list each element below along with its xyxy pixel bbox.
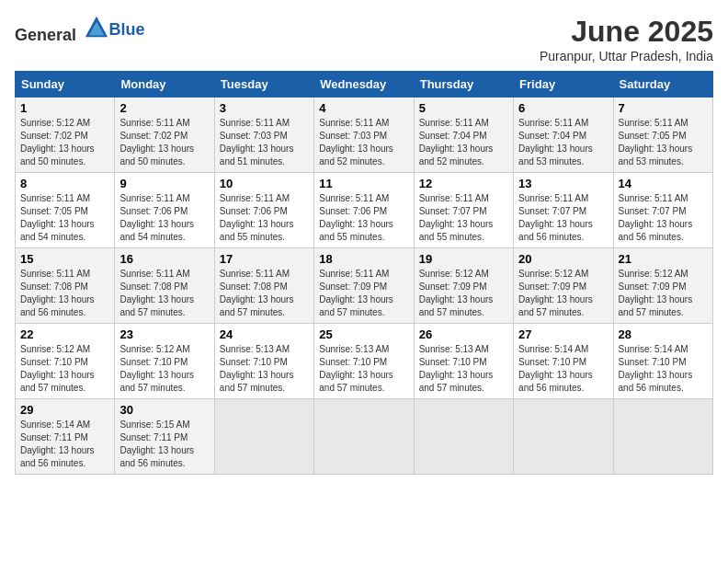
location-title: Puranpur, Uttar Pradesh, India — [540, 49, 713, 63]
day-info: Sunrise: 5:11 AMSunset: 7:05 PMDaylight:… — [20, 192, 109, 244]
day-header-monday: Monday — [115, 72, 214, 98]
calendar-cell: 24Sunrise: 5:13 AMSunset: 7:10 PMDayligh… — [214, 324, 313, 399]
day-info: Sunrise: 5:12 AMSunset: 7:02 PMDaylight:… — [20, 117, 109, 168]
day-header-thursday: Thursday — [414, 72, 513, 98]
day-number: 9 — [119, 177, 209, 190]
day-info: Sunrise: 5:11 AMSunset: 7:07 PMDaylight:… — [419, 192, 508, 244]
calendar-cell: 17Sunrise: 5:11 AMSunset: 7:08 PMDayligh… — [214, 248, 313, 324]
calendar-cell — [214, 399, 313, 475]
day-number: 22 — [20, 327, 109, 341]
day-info: Sunrise: 5:11 AMSunset: 7:02 PMDaylight:… — [119, 117, 209, 168]
day-number: 17 — [220, 252, 309, 266]
day-number: 3 — [220, 101, 309, 115]
calendar-cell: 4Sunrise: 5:11 AMSunset: 7:03 PMDaylight… — [314, 98, 414, 173]
calendar-cell — [514, 399, 613, 475]
day-info: Sunrise: 5:12 AMSunset: 7:09 PMDaylight:… — [518, 268, 608, 319]
calendar-table: SundayMondayTuesdayWednesdayThursdayFrid… — [15, 71, 713, 475]
calendar-cell: 8Sunrise: 5:11 AMSunset: 7:05 PMDaylight… — [16, 173, 115, 248]
day-info: Sunrise: 5:14 AMSunset: 7:11 PMDaylight:… — [20, 419, 109, 470]
calendar-cell: 13Sunrise: 5:11 AMSunset: 7:07 PMDayligh… — [514, 173, 613, 248]
calendar-week-row: 15Sunrise: 5:11 AMSunset: 7:08 PMDayligh… — [16, 248, 713, 324]
calendar-cell — [414, 399, 513, 475]
calendar-cell: 11Sunrise: 5:11 AMSunset: 7:06 PMDayligh… — [314, 173, 414, 248]
day-info: Sunrise: 5:11 AMSunset: 7:08 PMDaylight:… — [220, 268, 309, 319]
calendar-week-row: 8Sunrise: 5:11 AMSunset: 7:05 PMDaylight… — [16, 173, 713, 248]
calendar-cell: 26Sunrise: 5:13 AMSunset: 7:10 PMDayligh… — [414, 324, 513, 399]
logo-blue-text: Blue — [109, 20, 145, 39]
day-number: 5 — [419, 101, 508, 115]
day-info: Sunrise: 5:11 AMSunset: 7:07 PMDaylight:… — [619, 192, 708, 244]
title-area: June 2025 Puranpur, Uttar Pradesh, India — [540, 15, 713, 63]
day-number: 8 — [20, 177, 109, 190]
day-number: 24 — [220, 327, 309, 341]
calendar-cell: 18Sunrise: 5:11 AMSunset: 7:09 PMDayligh… — [314, 248, 414, 324]
day-info: Sunrise: 5:15 AMSunset: 7:11 PMDaylight:… — [119, 419, 209, 470]
day-number: 13 — [518, 177, 608, 190]
calendar-body: 1Sunrise: 5:12 AMSunset: 7:02 PMDaylight… — [16, 98, 713, 475]
logo: General Blue — [15, 15, 145, 45]
day-info: Sunrise: 5:11 AMSunset: 7:03 PMDaylight:… — [319, 117, 408, 168]
day-number: 4 — [319, 101, 408, 115]
day-number: 26 — [419, 327, 508, 341]
calendar-cell: 27Sunrise: 5:14 AMSunset: 7:10 PMDayligh… — [514, 324, 613, 399]
day-number: 23 — [119, 327, 209, 341]
calendar-cell: 15Sunrise: 5:11 AMSunset: 7:08 PMDayligh… — [16, 248, 115, 324]
day-info: Sunrise: 5:14 AMSunset: 7:10 PMDaylight:… — [619, 343, 708, 395]
day-info: Sunrise: 5:11 AMSunset: 7:06 PMDaylight:… — [319, 192, 408, 244]
day-info: Sunrise: 5:11 AMSunset: 7:08 PMDaylight:… — [119, 268, 209, 319]
day-number: 15 — [20, 252, 109, 266]
logo-general-text: General — [15, 26, 76, 44]
day-info: Sunrise: 5:11 AMSunset: 7:03 PMDaylight:… — [220, 117, 309, 168]
calendar-cell: 9Sunrise: 5:11 AMSunset: 7:06 PMDaylight… — [115, 173, 214, 248]
day-header-friday: Friday — [514, 72, 613, 98]
day-info: Sunrise: 5:13 AMSunset: 7:10 PMDaylight:… — [419, 343, 508, 395]
day-number: 18 — [319, 252, 408, 266]
day-info: Sunrise: 5:12 AMSunset: 7:10 PMDaylight:… — [20, 343, 109, 395]
calendar-cell: 20Sunrise: 5:12 AMSunset: 7:09 PMDayligh… — [514, 248, 613, 324]
day-header-sunday: Sunday — [16, 72, 115, 98]
day-number: 10 — [220, 177, 309, 190]
day-header-saturday: Saturday — [613, 72, 712, 98]
calendar-cell: 12Sunrise: 5:11 AMSunset: 7:07 PMDayligh… — [414, 173, 513, 248]
calendar-cell: 7Sunrise: 5:11 AMSunset: 7:05 PMDaylight… — [613, 98, 712, 173]
calendar-cell — [613, 399, 712, 475]
day-info: Sunrise: 5:11 AMSunset: 7:05 PMDaylight:… — [619, 117, 708, 168]
calendar-cell: 10Sunrise: 5:11 AMSunset: 7:06 PMDayligh… — [214, 173, 313, 248]
day-info: Sunrise: 5:13 AMSunset: 7:10 PMDaylight:… — [220, 343, 309, 395]
day-number: 1 — [20, 101, 109, 115]
day-info: Sunrise: 5:11 AMSunset: 7:08 PMDaylight:… — [20, 268, 109, 319]
calendar-cell: 30Sunrise: 5:15 AMSunset: 7:11 PMDayligh… — [115, 399, 214, 475]
month-title: June 2025 — [540, 15, 713, 49]
day-header-tuesday: Tuesday — [214, 72, 313, 98]
calendar-header-row: SundayMondayTuesdayWednesdayThursdayFrid… — [16, 72, 713, 98]
calendar-cell: 14Sunrise: 5:11 AMSunset: 7:07 PMDayligh… — [613, 173, 712, 248]
day-number: 25 — [319, 327, 408, 341]
calendar-week-row: 29Sunrise: 5:14 AMSunset: 7:11 PMDayligh… — [16, 399, 713, 475]
calendar-cell: 29Sunrise: 5:14 AMSunset: 7:11 PMDayligh… — [16, 399, 115, 475]
day-info: Sunrise: 5:12 AMSunset: 7:09 PMDaylight:… — [619, 268, 708, 319]
day-info: Sunrise: 5:11 AMSunset: 7:07 PMDaylight:… — [518, 192, 608, 244]
day-number: 2 — [119, 101, 209, 115]
day-info: Sunrise: 5:13 AMSunset: 7:10 PMDaylight:… — [319, 343, 408, 395]
day-info: Sunrise: 5:11 AMSunset: 7:06 PMDaylight:… — [220, 192, 309, 244]
calendar-cell: 25Sunrise: 5:13 AMSunset: 7:10 PMDayligh… — [314, 324, 414, 399]
day-number: 11 — [319, 177, 408, 190]
day-number: 6 — [518, 101, 608, 115]
day-number: 14 — [619, 177, 708, 190]
day-info: Sunrise: 5:12 AMSunset: 7:09 PMDaylight:… — [419, 268, 508, 319]
calendar-cell: 21Sunrise: 5:12 AMSunset: 7:09 PMDayligh… — [613, 248, 712, 324]
calendar-cell: 19Sunrise: 5:12 AMSunset: 7:09 PMDayligh… — [414, 248, 513, 324]
day-number: 21 — [619, 252, 708, 266]
day-info: Sunrise: 5:11 AMSunset: 7:04 PMDaylight:… — [518, 117, 608, 168]
day-number: 20 — [518, 252, 608, 266]
calendar-cell: 2Sunrise: 5:11 AMSunset: 7:02 PMDaylight… — [115, 98, 214, 173]
day-number: 28 — [619, 327, 708, 341]
calendar-cell: 23Sunrise: 5:12 AMSunset: 7:10 PMDayligh… — [115, 324, 214, 399]
day-number: 7 — [619, 101, 708, 115]
day-number: 12 — [419, 177, 508, 190]
day-info: Sunrise: 5:11 AMSunset: 7:06 PMDaylight:… — [119, 192, 209, 244]
day-info: Sunrise: 5:11 AMSunset: 7:09 PMDaylight:… — [319, 268, 408, 319]
day-number: 19 — [419, 252, 508, 266]
calendar-week-row: 22Sunrise: 5:12 AMSunset: 7:10 PMDayligh… — [16, 324, 713, 399]
day-number: 27 — [518, 327, 608, 341]
